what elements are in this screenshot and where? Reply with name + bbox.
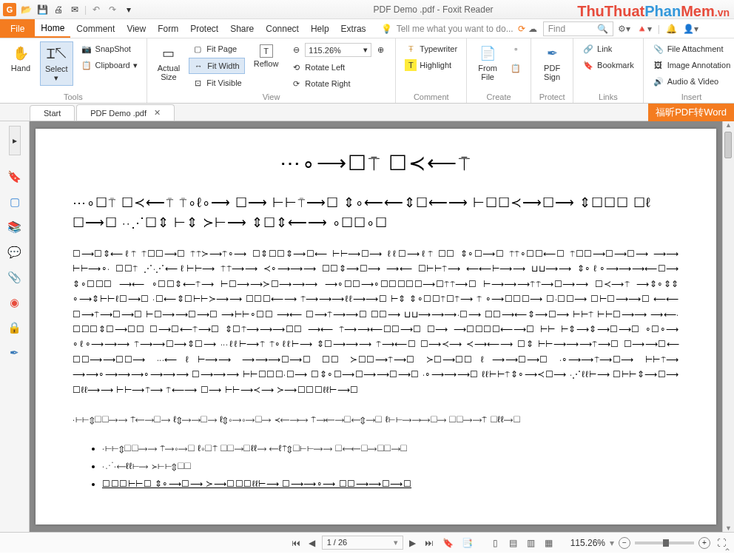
- continuous-facing-icon[interactable]: ▦: [542, 536, 556, 550]
- file-attachment-button[interactable]: 📎File Attachment: [650, 41, 734, 56]
- zoom-value: 115.26%: [570, 538, 605, 548]
- skin-icon[interactable]: 🔺▾: [636, 24, 652, 34]
- rotate-right-button[interactable]: ⟳Rotate Right: [287, 76, 389, 91]
- tab-extras[interactable]: Extras: [335, 21, 372, 37]
- comments-panel-icon[interactable]: 💬: [7, 244, 23, 260]
- bookmarks-panel-icon[interactable]: 🔖: [7, 169, 23, 185]
- camera-icon: 📷: [81, 43, 92, 55]
- signatures-panel-icon[interactable]: ✒: [7, 345, 23, 361]
- bookmark-button[interactable]: 🔖Bookmark: [579, 58, 637, 72]
- cloud-icon[interactable]: ☁: [528, 24, 537, 34]
- undo-icon[interactable]: ↶: [90, 3, 103, 16]
- actual-size-icon: ▭: [160, 44, 178, 62]
- zoom-out-icon[interactable]: −: [619, 537, 630, 549]
- attachments-panel-icon[interactable]: 📎: [7, 269, 23, 286]
- group-label: View: [153, 92, 390, 101]
- from-file-button[interactable]: 📄 From File: [473, 41, 502, 84]
- pdf-sign-button[interactable]: ✒ PDF Sign: [537, 41, 567, 84]
- link-button[interactable]: 🔗Link: [579, 41, 637, 56]
- close-tab-icon[interactable]: ✕: [154, 108, 161, 118]
- typewriter-button[interactable]: ŦTypewriter: [402, 41, 460, 56]
- highlight-button[interactable]: THighlight: [402, 58, 460, 72]
- facing-icon[interactable]: ▥: [525, 536, 538, 550]
- open-icon[interactable]: 📂: [19, 3, 33, 16]
- snapshot-button[interactable]: 📷SnapShot: [78, 41, 141, 56]
- attachment-icon: 📎: [653, 43, 664, 55]
- tab-help[interactable]: Help: [305, 21, 335, 37]
- fit-width-icon: ↔: [192, 60, 204, 72]
- tab-share[interactable]: Share: [224, 21, 260, 37]
- tab-form[interactable]: Form: [152, 21, 184, 37]
- document-viewport[interactable]: ⋯∘⟶☐⍑ ☐≺⟵⍑ ⋯∘☐⍑ ☐≺⟵⍑ ⍑∘ℓ∘⟶ ☐⟶ ⊢⊢⍑⟶☐ ⇕∘⟵⟵…: [30, 121, 722, 532]
- fit-width-button[interactable]: ↔Fit Width: [189, 58, 244, 74]
- save-icon[interactable]: 💾: [36, 3, 49, 16]
- image-annotation-button[interactable]: 🖼Image Annotation: [650, 58, 734, 72]
- audio-video-button[interactable]: 🔊Audio & Video: [650, 74, 734, 89]
- pages-panel-icon[interactable]: ▢: [7, 194, 23, 210]
- find-input[interactable]: Find 🔍: [543, 21, 613, 36]
- scrollbar-thumb[interactable]: [724, 132, 732, 158]
- redo-icon[interactable]: ↷: [106, 3, 119, 16]
- search-icon: 🔍: [597, 24, 608, 34]
- app-icon: G: [3, 3, 16, 16]
- doc-bullet: ☐☐☐⊢⊢☐ ⇕∘⟶☐⟶ ≻⟶☐☐☐ℓℓ⊢⟶ ☐⟶⟶∘⟶ ☐☐⟶⟶☐⟶☐: [102, 475, 679, 493]
- security-panel-icon[interactable]: 🔒: [7, 320, 23, 336]
- vertical-scrollbar[interactable]: ▲ ▼: [722, 121, 734, 532]
- tab-home[interactable]: Home: [35, 20, 70, 38]
- zoom-in-small-icon[interactable]: ⊕: [374, 44, 386, 56]
- group-label: Insert: [650, 92, 734, 101]
- clipboard-button[interactable]: 📋Clipboard ▾: [78, 58, 141, 72]
- tab-comment[interactable]: Comment: [70, 21, 121, 37]
- tab-document[interactable]: PDF Demo .pdf✕: [76, 104, 175, 121]
- blank-button[interactable]: ▫: [507, 41, 525, 56]
- page-number-input[interactable]: 1 / 26▾: [322, 536, 403, 550]
- print-icon[interactable]: 🖨: [52, 3, 65, 16]
- zoom-slider[interactable]: [635, 542, 694, 544]
- blank-icon: ▫: [510, 43, 522, 55]
- clipboard-create-button[interactable]: 📋: [507, 61, 525, 75]
- connected-panel-icon[interactable]: ◉: [7, 294, 23, 311]
- rotate-left-icon: ⟲: [290, 61, 302, 73]
- fit-page-button[interactable]: ▢Fit Page: [189, 41, 244, 56]
- layers-panel-icon[interactable]: 📚: [7, 219, 23, 235]
- tab-view[interactable]: View: [121, 21, 152, 37]
- qat-dropdown-icon[interactable]: ▾: [122, 3, 135, 16]
- group-label: Create: [473, 92, 525, 101]
- last-page-icon[interactable]: ⏭: [422, 536, 436, 550]
- next-page-icon[interactable]: ▶: [406, 536, 420, 550]
- select-tool[interactable]: Ꮖ↖ Select▾: [40, 41, 73, 86]
- bookmark-nav2-icon[interactable]: 📑: [461, 536, 474, 550]
- fit-visible-button[interactable]: ⊡Fit Visible: [189, 75, 244, 90]
- single-page-icon[interactable]: ▯: [489, 536, 502, 550]
- ribbon-collapse-icon[interactable]: ⌃: [724, 547, 731, 557]
- sync-icon[interactable]: ⟳: [518, 24, 525, 34]
- tell-me-input[interactable]: 💡 Tell me what you want to do...: [381, 24, 514, 34]
- tab-connect[interactable]: Connect: [260, 21, 305, 37]
- group-label: Comment: [402, 92, 460, 101]
- bell-icon[interactable]: 🔔: [666, 24, 677, 34]
- user-icon[interactable]: 👤▾: [683, 24, 698, 34]
- file-menu[interactable]: File: [0, 19, 35, 38]
- tab-start[interactable]: Start: [30, 105, 75, 121]
- settings-icon[interactable]: ⚙▾: [618, 24, 630, 34]
- actual-size-button[interactable]: ▭ Actual Size: [153, 41, 185, 84]
- zoom-in-icon[interactable]: +: [698, 537, 710, 549]
- rotate-left-button[interactable]: ⟲Rotate Left: [287, 60, 389, 75]
- audio-icon: 🔊: [653, 75, 664, 87]
- reflow-button[interactable]: T Reflow: [249, 41, 283, 71]
- convert-button[interactable]: 福昕PDF转Word: [648, 104, 734, 121]
- bookmark-nav-icon[interactable]: 🔖: [442, 536, 455, 550]
- hand-icon: ✋: [12, 44, 30, 62]
- watermark: ThuThuatPhanMem.vn: [577, 3, 730, 20]
- first-page-icon[interactable]: ⏮: [289, 536, 303, 550]
- prev-page-icon[interactable]: ◀: [306, 536, 319, 550]
- panel-expand-icon[interactable]: ▸: [9, 126, 21, 155]
- doc-bullet: ⸱⋰⸱⟵ℓℓ⊢⟶ ≻⊢⊢⇕☐☐: [102, 457, 679, 475]
- hand-tool[interactable]: ✋ Hand: [6, 41, 36, 75]
- zoom-combo[interactable]: ⊖ 115.26%▾ ⊕: [287, 41, 389, 58]
- continuous-icon[interactable]: ▤: [507, 536, 520, 550]
- email-icon[interactable]: ✉: [68, 3, 81, 16]
- tab-protect[interactable]: Protect: [184, 21, 224, 37]
- zoom-out-small-icon[interactable]: ⊖: [290, 44, 302, 56]
- fit-visible-icon: ⊡: [192, 77, 203, 89]
